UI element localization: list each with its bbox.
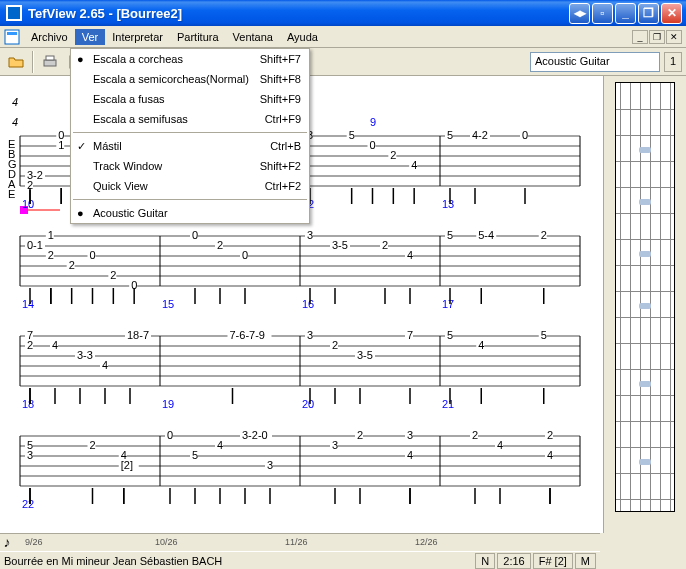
svg-text:4: 4 [547, 449, 553, 461]
svg-text:2: 2 [69, 259, 75, 271]
menu-bar: ArchivoVerInterpretarPartituraVentanaAyu… [0, 26, 686, 48]
svg-text:5: 5 [447, 129, 453, 141]
svg-text:5: 5 [447, 229, 453, 241]
svg-text:4: 4 [407, 249, 413, 261]
svg-text:2: 2 [90, 439, 96, 451]
svg-text:3-2-0: 3-2-0 [242, 429, 268, 441]
ruler-bar: ♪ 9/2610/2611/2612/26 [0, 533, 600, 551]
svg-text:1: 1 [48, 229, 54, 241]
svg-text:5: 5 [447, 329, 453, 341]
svg-text:14: 14 [22, 298, 34, 310]
svg-text:18-7: 18-7 [127, 329, 149, 341]
svg-text:2: 2 [547, 429, 553, 441]
menu-item-track-window[interactable]: Track WindowShift+F2 [71, 156, 309, 176]
svg-text:2: 2 [472, 429, 478, 441]
svg-text:18: 18 [22, 398, 34, 410]
svg-text:0: 0 [90, 249, 96, 261]
menu-partitura[interactable]: Partitura [170, 29, 226, 45]
svg-text:3: 3 [307, 329, 313, 341]
svg-text:5: 5 [192, 449, 198, 461]
menu-item-track[interactable]: ●Acoustic Guitar [71, 203, 309, 223]
svg-text:3: 3 [407, 429, 413, 441]
track-name-field[interactable]: Acoustic Guitar [530, 52, 660, 72]
svg-rect-1 [8, 7, 20, 19]
ruler-tick: 12/26 [415, 537, 438, 547]
mdi-close-button[interactable]: ✕ [666, 30, 682, 44]
note-icon: ♪ [0, 534, 14, 550]
svg-text:E: E [8, 188, 15, 200]
svg-text:0: 0 [192, 229, 198, 241]
svg-text:2: 2 [217, 239, 223, 251]
open-button[interactable] [4, 50, 28, 74]
menu-archivo[interactable]: Archivo [24, 29, 75, 45]
svg-text:7: 7 [407, 329, 413, 341]
window-buttons: ◂▸ ▫ _ ❐ ✕ [569, 3, 682, 24]
svg-text:3: 3 [267, 459, 273, 471]
menu-ventana[interactable]: Ventana [226, 29, 280, 45]
svg-text:4: 4 [102, 359, 108, 371]
svg-text:13: 13 [442, 198, 454, 210]
menu-item-escala-a-fusas[interactable]: Escala a fusasShift+F9 [71, 89, 309, 109]
svg-text:3: 3 [307, 229, 313, 241]
svg-text:0: 0 [167, 429, 173, 441]
status-cell: N [475, 553, 495, 569]
svg-text:2: 2 [110, 269, 116, 281]
svg-text:2: 2 [27, 339, 33, 351]
svg-text:2: 2 [541, 229, 547, 241]
svg-text:3: 3 [332, 439, 338, 451]
svg-text:5: 5 [349, 129, 355, 141]
song-info: Bourrée en Mi mineur Jean Sébastien BACH [4, 555, 473, 567]
fretboard-panel [604, 76, 686, 533]
svg-text:4: 4 [12, 96, 18, 108]
svg-text:2: 2 [390, 149, 396, 161]
minimize-button[interactable]: _ [615, 3, 636, 24]
mdi-minimize-button[interactable]: _ [632, 30, 648, 44]
close-button[interactable]: ✕ [661, 3, 682, 24]
menu-ver[interactable]: Ver [75, 29, 106, 45]
window-title: TefView 2.65 - [Bourree2] [26, 6, 569, 21]
svg-rect-5 [46, 56, 54, 60]
track-number: 1 [664, 52, 682, 72]
svg-text:5-4: 5-4 [478, 229, 494, 241]
menu-ayuda[interactable]: Ayuda [280, 29, 325, 45]
ver-menu-dropdown: ●Escala a corcheasShift+F7Escala a semic… [70, 48, 310, 224]
svg-rect-3 [7, 32, 17, 35]
menu-item-escala-a-semicorcheas-normal-[interactable]: Escala a semicorcheas(Normal)Shift+F8 [71, 69, 309, 89]
svg-text:5: 5 [541, 329, 547, 341]
menu-item-quick-view[interactable]: Quick ViewCtrl+F2 [71, 176, 309, 196]
maximize-button[interactable]: ❐ [638, 3, 659, 24]
menu-item-escala-a-semifusas[interactable]: Escala a semifusasCtrl+F9 [71, 109, 309, 129]
svg-text:3-3: 3-3 [77, 349, 93, 361]
app-icon [6, 5, 22, 21]
document-icon [4, 29, 20, 45]
svg-text:1: 1 [58, 139, 64, 151]
svg-text:17: 17 [442, 298, 454, 310]
svg-text:22: 22 [22, 498, 34, 510]
svg-text:0-1: 0-1 [27, 239, 43, 251]
print-button[interactable] [38, 50, 62, 74]
mdi-restore-button[interactable]: ❐ [649, 30, 665, 44]
svg-text:15: 15 [162, 298, 174, 310]
status-cell: 2:16 [497, 553, 530, 569]
svg-text:2: 2 [357, 429, 363, 441]
menu-item-escala-a-corcheas[interactable]: ●Escala a corcheasShift+F7 [71, 49, 309, 69]
svg-text:20: 20 [302, 398, 314, 410]
nav-back-button[interactable]: ◂▸ [569, 3, 590, 24]
status-cell: F# [2] [533, 553, 573, 569]
svg-text:21: 21 [442, 398, 454, 410]
window-extra-button[interactable]: ▫ [592, 3, 613, 24]
menu-item-m-stil[interactable]: ✓MástilCtrl+B [71, 136, 309, 156]
svg-text:4: 4 [411, 159, 417, 171]
svg-text:4-2: 4-2 [472, 129, 488, 141]
svg-text:3-5: 3-5 [357, 349, 373, 361]
menu-interpretar[interactable]: Interpretar [105, 29, 170, 45]
fretboard[interactable] [615, 82, 675, 512]
svg-rect-4 [44, 60, 56, 66]
svg-text:3: 3 [27, 449, 33, 461]
ruler-tick: 9/26 [25, 537, 43, 547]
svg-text:3-5: 3-5 [332, 239, 348, 251]
svg-text:4: 4 [407, 449, 413, 461]
svg-text:4: 4 [497, 439, 503, 451]
svg-text:4: 4 [12, 116, 18, 128]
svg-text:4: 4 [478, 339, 484, 351]
